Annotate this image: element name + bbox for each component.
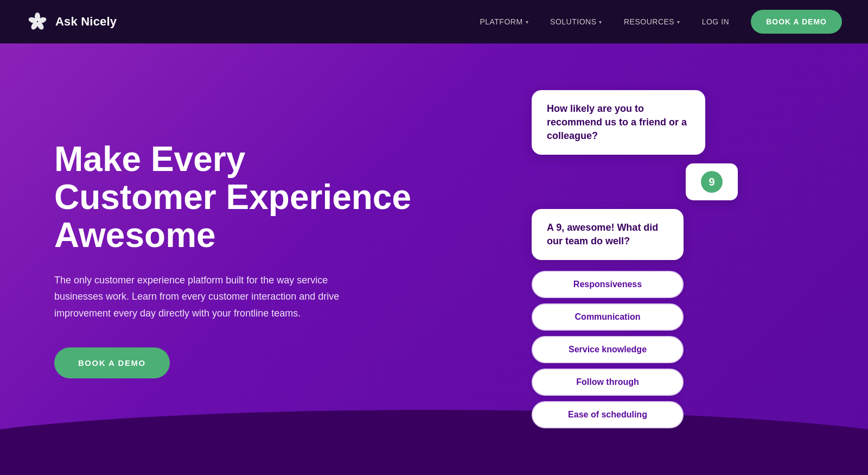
- option-communication[interactable]: Communication: [532, 303, 684, 331]
- question-1-text: How likely are you to recommend us to a …: [547, 103, 687, 141]
- chevron-down-icon: ▾: [599, 19, 602, 25]
- chevron-down-icon: ▾: [526, 19, 529, 25]
- chat-options: Responsiveness Communication Service kno…: [532, 271, 738, 428]
- nav-login-link[interactable]: LOG IN: [702, 17, 729, 26]
- hero-cta-button[interactable]: BOOK A DEMO: [54, 347, 170, 378]
- chat-container: How likely are you to recommend us to a …: [532, 90, 738, 429]
- option-service-knowledge[interactable]: Service knowledge: [532, 336, 684, 363]
- nav-links: PLATFORM ▾ SOLUTIONS ▾ RESOURCES ▾ LOG I…: [480, 10, 842, 34]
- hero-section: Make Every Customer Experience Awesome T…: [0, 43, 868, 475]
- question-2-text: A 9, awesome! What did our team do well?: [547, 222, 658, 246]
- option-responsiveness[interactable]: Responsiveness: [532, 271, 684, 298]
- hero-content: Make Every Customer Experience Awesome T…: [0, 90, 868, 429]
- hero-description: The only customer experience platform bu…: [54, 272, 358, 322]
- logo-text: Ask Nicely: [55, 15, 117, 29]
- navbar: Ask Nicely PLATFORM ▾ SOLUTIONS ▾ RESOUR…: [0, 0, 868, 43]
- logo-icon: [26, 10, 49, 33]
- chat-score-bubble: 9: [686, 163, 738, 200]
- option-follow-through[interactable]: Follow through: [532, 369, 684, 396]
- chat-question-2: A 9, awesome! What did our team do well?: [532, 209, 684, 260]
- nav-item-solutions[interactable]: SOLUTIONS ▾: [550, 17, 602, 26]
- score-value: 9: [709, 176, 714, 188]
- hero-right: How likely are you to recommend us to a …: [456, 90, 814, 429]
- nav-item-resources[interactable]: RESOURCES ▾: [624, 17, 680, 26]
- logo[interactable]: Ask Nicely: [26, 10, 117, 33]
- chat-question-1: How likely are you to recommend us to a …: [532, 90, 705, 155]
- score-badge: 9: [701, 171, 723, 193]
- hero-left: Make Every Customer Experience Awesome T…: [54, 140, 412, 379]
- hero-title: Make Every Customer Experience Awesome: [54, 140, 412, 255]
- nav-item-platform[interactable]: PLATFORM ▾: [480, 17, 528, 26]
- option-ease-of-scheduling[interactable]: Ease of scheduling: [532, 401, 684, 428]
- chevron-down-icon: ▾: [677, 19, 680, 25]
- nav-demo-button[interactable]: BOOK A DEMO: [751, 10, 842, 34]
